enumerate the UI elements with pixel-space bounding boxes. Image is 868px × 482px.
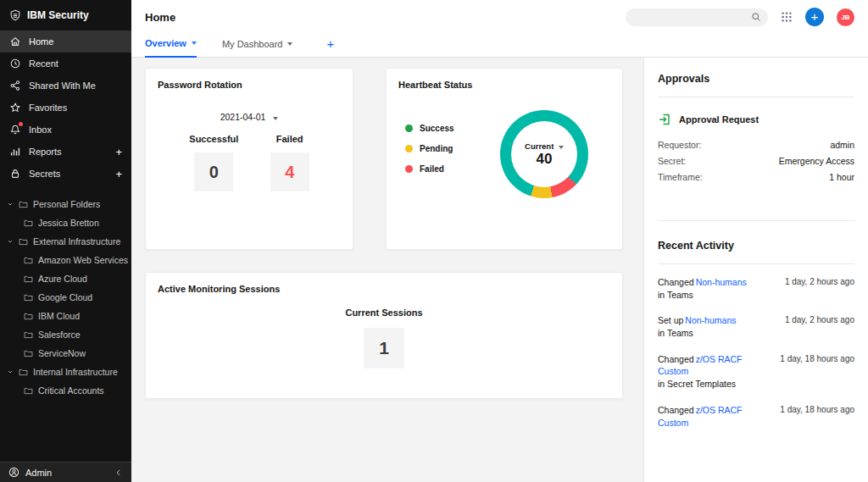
chevron-down-icon[interactable] — [7, 368, 14, 375]
sidebar-item-label: Home — [29, 36, 53, 47]
sidebar-item-inbox[interactable]: Inbox — [0, 119, 131, 141]
legend-label: Failed — [420, 164, 444, 174]
tree-item-personal-folders[interactable]: Personal Folders — [0, 195, 131, 213]
folder-icon — [24, 274, 33, 284]
folder-icon — [24, 219, 33, 228]
successful-label: Successful — [189, 134, 238, 144]
sidebar-item-label: Recent — [29, 58, 58, 69]
timeframe-row: Timeframe: 1 hour — [658, 172, 854, 182]
sidebar-item-reports[interactable]: Reports + — [0, 141, 131, 163]
tree-item-salesforce[interactable]: Salesforce — [0, 325, 131, 344]
tree-item-label: Internal Infrastructure — [33, 367, 118, 377]
sidebar-item-label: Reports — [29, 147, 62, 157]
main-area: Home + JB Overview — [131, 0, 868, 482]
tree-item-internal-infrastructure[interactable]: Internal Infrastructure — [0, 363, 131, 381]
active-monitoring-sessions-card: Active Monitoring Sessions Current Sessi… — [145, 272, 623, 399]
tab-my-dashboard[interactable]: My Dashboard — [222, 39, 293, 57]
sidebar-item-secrets[interactable]: Secrets + — [0, 163, 131, 185]
password-rotation-card: Password Rotation 2021-04-01 Successful … — [145, 68, 353, 250]
brand: IBM Security — [0, 0, 131, 30]
approvals-heading: Approvals — [658, 73, 854, 97]
expand-secrets-icon[interactable]: + — [115, 169, 122, 180]
donut-filter-selector[interactable]: Current — [525, 141, 564, 151]
sidebar-item-label: Shared With Me — [29, 80, 96, 91]
chevron-down-icon — [273, 117, 278, 120]
date-selector[interactable]: 2021-04-01 — [158, 112, 341, 122]
add-tab-button[interactable]: + — [326, 37, 334, 57]
sidebar-item-home[interactable]: Home — [0, 30, 131, 53]
activity-action: Changed — [658, 405, 694, 415]
tree-item-ibm-cloud[interactable]: IBM Cloud — [0, 307, 131, 325]
folder-tree: Personal Folders Jessica Bretton Externa… — [0, 195, 131, 462]
tree-item-label: Personal Folders — [33, 199, 100, 209]
activity-action: Changed — [658, 354, 694, 364]
folder-icon — [24, 312, 33, 321]
activity-target-link[interactable]: Non-humans — [696, 277, 747, 287]
tree-item-servicenow[interactable]: ServiceNow — [0, 344, 131, 363]
donut-total: 40 — [537, 151, 553, 168]
field-value: admin — [830, 140, 854, 150]
activity-list: ChangedNon-humans in Teams 1 day, 2 hour… — [658, 276, 854, 429]
activity-target-link[interactable]: Non-humans — [685, 315, 736, 325]
sidebar-item-shared-with-me[interactable]: Shared With Me — [0, 75, 131, 97]
chevron-down-icon[interactable] — [7, 201, 14, 208]
legend-item-pending: Pending — [405, 144, 454, 153]
failed-dot — [405, 165, 413, 173]
donut-center: Current 40 — [511, 121, 577, 187]
failed-value: 4 — [270, 152, 309, 191]
sidebar-item-recent[interactable]: Recent — [0, 53, 131, 75]
sidebar-footer-admin[interactable]: Admin — [0, 462, 131, 482]
card-title: Heartbeat Status — [398, 80, 610, 90]
search-icon[interactable] — [751, 12, 761, 22]
chevron-down-icon[interactable] — [7, 238, 14, 245]
current-sessions-label: Current Sessions — [158, 307, 610, 318]
tree-item-amazon-web-services[interactable]: Amazon Web Services — [0, 251, 131, 269]
tree-item-critical-accounts[interactable]: Critical Accounts — [0, 381, 131, 400]
field-label: Timeframe: — [658, 172, 703, 182]
current-sessions-value: 1 — [364, 328, 404, 368]
requestor-row: Requestor: admin — [658, 140, 854, 150]
tree-item-azure-cloud[interactable]: Azure Cloud — [0, 269, 131, 288]
success-dot — [405, 125, 413, 132]
tab-label: My Dashboard — [222, 39, 283, 49]
search-input[interactable] — [626, 8, 768, 26]
avatar[interactable]: JB — [837, 8, 854, 26]
tree-item-label: Azure Cloud — [38, 274, 87, 284]
search-box — [626, 8, 768, 26]
create-new-button[interactable]: + — [805, 8, 824, 26]
sidebar: IBM Security Home Recent Shared With Me … — [0, 0, 131, 482]
tab-overview[interactable]: Overview — [145, 38, 197, 58]
field-label: Secret: — [658, 156, 686, 166]
chevron-down-icon — [287, 42, 292, 46]
page-title: Home — [145, 11, 175, 24]
dashboard-content: Password Rotation 2021-04-01 Successful … — [131, 58, 643, 482]
notification-dot — [19, 122, 23, 126]
share-icon — [9, 80, 21, 91]
activity-item: Changedz/OS RACF Custom in Secret Templa… — [658, 353, 854, 391]
tree-item-external-infrastructure[interactable]: External Infrastructure — [0, 232, 131, 251]
bar-chart-icon — [9, 146, 21, 158]
field-value: Emergency Access — [779, 156, 854, 166]
cards-row: Password Rotation 2021-04-01 Successful … — [145, 68, 623, 250]
tree-item-google-cloud[interactable]: Google Cloud — [0, 288, 131, 307]
tree-item-label: Google Cloud — [38, 292, 92, 302]
successful-value: 0 — [194, 152, 233, 191]
tree-item-jessica-bretton[interactable]: Jessica Bretton — [0, 213, 131, 232]
sidebar-item-favorites[interactable]: Favorites — [0, 97, 131, 119]
folder-icon — [24, 330, 33, 340]
activity-time: 1 day, 2 hours ago — [785, 276, 854, 301]
collapse-sidebar-icon[interactable] — [114, 468, 123, 477]
apps-grid-icon[interactable] — [781, 11, 793, 23]
field-label: Requestor: — [658, 140, 701, 150]
activity-time: 1 day, 18 hours ago — [780, 353, 854, 391]
tree-item-label: Jessica Bretton — [38, 218, 99, 228]
activity-text: Set upNon-humans in Teams — [658, 314, 775, 339]
successful-column: Successful 0 — [189, 134, 238, 191]
approval-request-link[interactable]: Approval Request — [658, 113, 854, 126]
activity-text: Changedz/OS RACF Custom in Secret Templa… — [658, 353, 771, 391]
rotation-stats: Successful 0 Failed 4 — [158, 134, 341, 191]
activity-context: in Teams — [658, 327, 775, 340]
sidebar-nav: Home Recent Shared With Me Favorites Inb… — [0, 30, 131, 185]
expand-reports-icon[interactable]: + — [115, 147, 122, 158]
card-title: Active Monitoring Sessions — [158, 284, 610, 294]
